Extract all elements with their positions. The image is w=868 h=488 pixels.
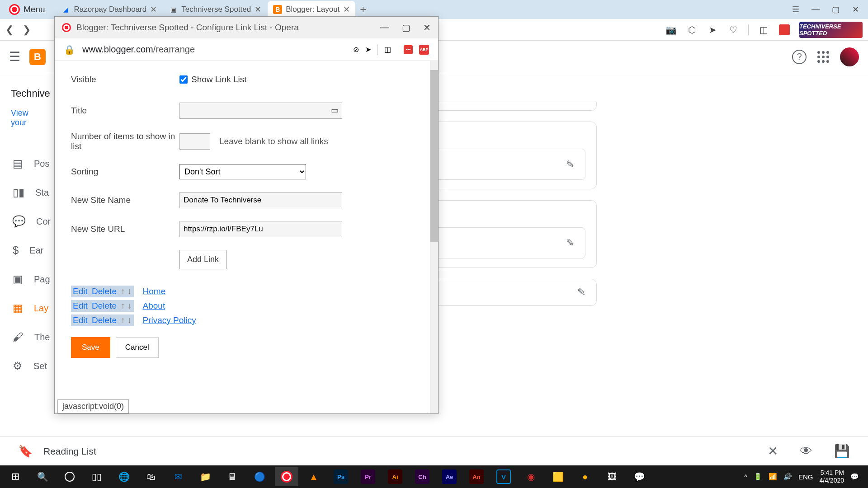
- tab-razorpay[interactable]: ◢ Razorpay Dashboard ✕: [56, 1, 163, 18]
- maximize-button[interactable]: ▢: [830, 5, 841, 14]
- extension-cube-icon[interactable]: ◫: [384, 45, 391, 54]
- send-icon[interactable]: ➤: [365, 45, 371, 54]
- hamburger-menu-button[interactable]: ☰: [9, 49, 20, 64]
- sorting-select[interactable]: Don't Sort: [179, 164, 306, 179]
- sidebar-item-comments[interactable]: 💬 Cor: [0, 207, 54, 236]
- sidebar-item-settings[interactable]: ⚙ Set: [0, 352, 54, 380]
- animate-app[interactable]: An: [465, 467, 488, 486]
- battery-icon[interactable]: 🔋: [754, 473, 762, 481]
- title-input[interactable]: [179, 103, 342, 119]
- popup-titlebar[interactable]: Blogger: Techniverse Spotted - Configure…: [55, 17, 438, 38]
- edit-link[interactable]: Edit: [73, 301, 88, 310]
- scrollbar-thumb[interactable]: [430, 70, 438, 242]
- adblock-icon[interactable]: ⊘: [353, 45, 359, 54]
- help-button[interactable]: ?: [792, 50, 807, 64]
- card-icon[interactable]: ▭: [331, 105, 339, 115]
- app-icon[interactable]: ●: [573, 467, 597, 486]
- illustrator-app[interactable]: Ai: [383, 467, 407, 486]
- link-name[interactable]: Privacy Policy: [143, 315, 196, 325]
- reading-list-label[interactable]: Reading List: [43, 446, 96, 457]
- extension-abp-icon[interactable]: ABP: [419, 45, 429, 55]
- start-button[interactable]: ⊞: [4, 467, 27, 486]
- google-apps-button[interactable]: [817, 51, 829, 63]
- cancel-button[interactable]: Cancel: [116, 337, 159, 358]
- app-icon[interactable]: ◉: [519, 467, 542, 486]
- site-name-input[interactable]: [179, 192, 342, 208]
- popup-scrollbar[interactable]: [430, 61, 438, 413]
- heart-icon[interactable]: ♡: [727, 24, 739, 36]
- close-icon[interactable]: ✕: [255, 5, 261, 14]
- opera-menu-button[interactable]: Menu: [4, 2, 51, 17]
- volume-icon[interactable]: 🔊: [783, 473, 792, 481]
- sidebar-item-pages[interactable]: ▣ Pag: [0, 265, 54, 294]
- items-count-input[interactable]: [179, 133, 210, 150]
- extension-1b-icon[interactable]: [778, 24, 790, 36]
- sort-arrows[interactable]: ↑ ↓: [121, 301, 132, 310]
- sidebar-item-posts[interactable]: ▤ Pos: [0, 149, 54, 178]
- lock-icon[interactable]: 🔒: [64, 44, 75, 55]
- edit-pencil-icon[interactable]: ✎: [566, 237, 574, 249]
- photoshop-app[interactable]: Ps: [329, 467, 353, 486]
- search-button[interactable]: 🔍: [31, 467, 54, 486]
- aftereffects-app[interactable]: Ae: [438, 467, 461, 486]
- forward-button[interactable]: ❯: [23, 24, 31, 36]
- close-button[interactable]: ✕: [850, 5, 861, 14]
- language-indicator[interactable]: ENG: [798, 473, 813, 481]
- edit-pencil-icon[interactable]: ✎: [566, 159, 574, 170]
- delete-link[interactable]: Delete: [92, 301, 117, 310]
- whatsapp-app[interactable]: 💬: [627, 467, 651, 486]
- tab-blogger-layout[interactable]: B Blogger: Layout ✕: [268, 1, 355, 18]
- calculator-app[interactable]: 🖩: [221, 467, 244, 486]
- extension-cube-icon[interactable]: ◫: [758, 24, 769, 36]
- notifications-icon[interactable]: 💬: [850, 473, 859, 481]
- popup-close-button[interactable]: ✕: [423, 22, 431, 33]
- app-icon[interactable]: 🖼: [600, 467, 624, 486]
- preview-eye-icon[interactable]: 👁: [800, 444, 812, 459]
- easy-setup-icon[interactable]: ☰: [790, 5, 801, 14]
- task-view-button[interactable]: ▯▯: [85, 467, 108, 486]
- account-avatar[interactable]: [840, 47, 859, 66]
- opera-app[interactable]: [275, 467, 298, 486]
- popup-maximize-button[interactable]: ▢: [402, 22, 410, 33]
- tab-techniverse[interactable]: ▣ Techniverse Spotted ✕: [163, 1, 267, 18]
- delete-link[interactable]: Delete: [92, 286, 117, 296]
- save-button[interactable]: Save: [71, 337, 110, 358]
- site-url-input[interactable]: [179, 221, 342, 237]
- edge-app[interactable]: 🌐: [112, 467, 136, 486]
- minimize-button[interactable]: —: [810, 5, 821, 14]
- shield-icon[interactable]: ⬡: [686, 24, 698, 36]
- link-name[interactable]: Home: [143, 286, 166, 296]
- close-icon[interactable]: ✕: [343, 5, 350, 14]
- back-button[interactable]: ❮: [5, 24, 14, 36]
- send-icon[interactable]: ➤: [707, 24, 718, 36]
- edit-link[interactable]: Edit: [73, 286, 88, 296]
- visualstudio-app[interactable]: V: [492, 467, 515, 486]
- discard-button[interactable]: ✕: [768, 444, 778, 459]
- sidebar-item-layout[interactable]: ▦ Lay: [0, 294, 54, 323]
- edit-pencil-icon[interactable]: ✎: [577, 286, 585, 298]
- popup-minimize-button[interactable]: —: [380, 22, 389, 33]
- character-animator-app[interactable]: Ch: [410, 467, 434, 486]
- add-link-button[interactable]: Add Link: [179, 250, 226, 269]
- edit-link[interactable]: Edit: [73, 315, 88, 325]
- extension-dots-icon[interactable]: •••: [404, 45, 413, 54]
- premiere-app[interactable]: Pr: [356, 467, 380, 486]
- tray-chevron-icon[interactable]: ^: [744, 473, 747, 481]
- blog-name[interactable]: Technive: [0, 82, 54, 105]
- popup-url[interactable]: www.blogger.com/rearrange: [82, 44, 346, 55]
- snapshot-icon[interactable]: 📷: [665, 24, 677, 36]
- store-app[interactable]: 🛍: [139, 467, 163, 486]
- show-linklist-checkbox[interactable]: Show Link List: [179, 75, 247, 84]
- sort-arrows[interactable]: ↑ ↓: [121, 286, 132, 296]
- vlc-app[interactable]: ▲: [302, 467, 326, 486]
- sidebar-item-earnings[interactable]: $ Ear: [0, 236, 54, 265]
- delete-link[interactable]: Delete: [92, 315, 117, 325]
- app-icon[interactable]: 🟨: [546, 467, 570, 486]
- explorer-app[interactable]: 📁: [193, 467, 217, 486]
- save-disk-icon[interactable]: 💾: [834, 444, 850, 459]
- view-blog-link[interactable]: View your: [0, 105, 54, 131]
- cortana-button[interactable]: [58, 467, 81, 486]
- new-tab-button[interactable]: +: [360, 3, 366, 16]
- link-name[interactable]: About: [143, 301, 165, 311]
- chrome-app[interactable]: 🔵: [248, 467, 271, 486]
